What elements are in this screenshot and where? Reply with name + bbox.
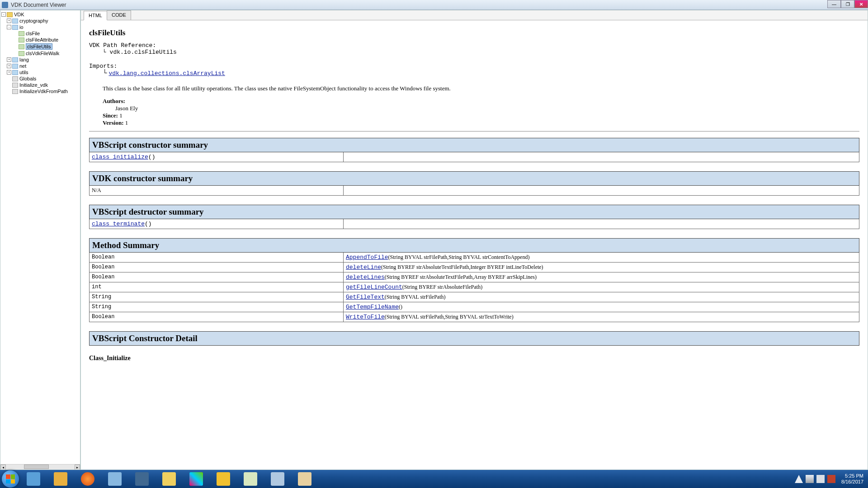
tree-node-net[interactable]: + net: [0, 63, 80, 69]
vdk-constructor-summary-table: VDK constructor summary N/A: [89, 171, 859, 196]
tree-node-cryptography[interactable]: + cryptography: [0, 18, 80, 24]
table-title: VDK constructor summary: [90, 172, 859, 186]
vbscript-constructor-summary-table: VBScript constructor summary class_initi…: [89, 138, 859, 162]
tray-show-hidden-icon[interactable]: [795, 475, 803, 483]
method-link[interactable]: GetFileText: [346, 294, 385, 300]
method-params: (String BYVAL strFilePath,String BYVAL s…: [385, 314, 514, 320]
taskbar-app-5[interactable]: [129, 470, 155, 488]
method-link[interactable]: GetTempFileName: [346, 304, 399, 310]
content-tabs: HTML CODE: [81, 10, 868, 20]
taskbar-app-8[interactable]: [211, 470, 236, 488]
tree-node-clsfile[interactable]: clsFile: [0, 30, 80, 37]
expand-icon[interactable]: +: [7, 70, 11, 75]
windows-logo-icon: [6, 474, 15, 483]
collapse-icon[interactable]: -: [7, 25, 11, 29]
firefox-icon: [81, 472, 94, 486]
return-type: String: [90, 292, 344, 302]
maximize-button[interactable]: ❐: [841, 0, 854, 8]
version-label: Version:: [103, 119, 123, 126]
taskbar-paint[interactable]: [292, 470, 317, 488]
method-params: (): [399, 304, 402, 310]
tree-node-io[interactable]: - io: [0, 24, 80, 30]
tree-node-clsfileutils[interactable]: clsFileUtils: [0, 43, 80, 50]
paint-icon: [298, 472, 311, 486]
tree-node-globals[interactable]: Globals: [0, 75, 80, 82]
tray-network-icon[interactable]: [806, 475, 814, 483]
method-params: (String BYREF strAbsoluteFilePath): [402, 284, 482, 290]
tree-node-utils[interactable]: + utils: [0, 69, 80, 75]
tool-icon: [217, 472, 230, 486]
package-icon: [12, 19, 18, 23]
table-row: BooleanWriteToFile(String BYVAL strFileP…: [90, 312, 859, 322]
windows-taskbar: 5:25 PM 8/16/2017: [0, 470, 868, 488]
tree-node-initialize-vdk[interactable]: Initialize_vdk: [0, 82, 80, 88]
destructor-link[interactable]: class_terminate: [92, 221, 145, 227]
tray-volume-icon[interactable]: [816, 475, 825, 483]
method-link[interactable]: AppendToFile: [346, 254, 388, 261]
table-title: VBScript destructor summary: [90, 205, 859, 219]
method-link[interactable]: WriteToFile: [346, 314, 385, 320]
tab-code[interactable]: CODE: [107, 10, 131, 20]
expand-icon[interactable]: +: [7, 57, 11, 62]
imports-label: Imports:: [89, 63, 859, 70]
since-value: 1: [119, 112, 123, 119]
path-reference-value: vdk.io.clsFileUtils: [103, 49, 859, 56]
scroll-thumb[interactable]: [24, 465, 49, 469]
package-icon: [12, 64, 18, 69]
start-button[interactable]: [2, 470, 19, 488]
lightning-icon: [54, 472, 67, 486]
taskbar-app-1[interactable]: [21, 470, 46, 488]
class-icon: [19, 51, 24, 56]
taskbar-explorer[interactable]: [156, 470, 182, 488]
return-type: Boolean: [90, 253, 344, 263]
taskbar-app-10[interactable]: [265, 470, 290, 488]
method-link[interactable]: getFileLineCount: [346, 284, 402, 291]
method-link[interactable]: deleteLine: [346, 264, 381, 271]
doc-icon: [12, 89, 18, 94]
tree-node-clsvdkfilewalk[interactable]: clsVdkFileWalk: [0, 50, 80, 56]
close-button[interactable]: ✕: [854, 0, 868, 8]
table-title: VBScript constructor summary: [90, 138, 859, 152]
taskbar-clock[interactable]: 5:25 PM 8/16/2017: [841, 473, 863, 485]
taskbar-app-4[interactable]: [102, 470, 127, 488]
cube-dark-icon: [135, 472, 149, 486]
expand-icon[interactable]: +: [7, 19, 11, 23]
package-icon: [12, 25, 18, 30]
expand-icon[interactable]: +: [7, 64, 11, 68]
taskbar-app-2[interactable]: [48, 470, 73, 488]
tree-horizontal-scrollbar[interactable]: ◂ ▸: [0, 464, 80, 469]
color-icon: [189, 472, 203, 486]
system-tray: 5:25 PM 8/16/2017: [793, 473, 866, 485]
app-icon: [2, 2, 8, 8]
constructor-link[interactable]: class_initialize: [92, 154, 148, 160]
tree-node-root[interactable]: - VDK: [0, 11, 80, 18]
method-params: (String BYVAL strFilePath,String BYVAL s…: [388, 254, 530, 260]
chart-icon: [244, 472, 257, 486]
tree-node-clsfileattribute[interactable]: clsFileAttribute: [0, 37, 80, 43]
tray-flag-icon[interactable]: [827, 475, 835, 483]
taskbar-app-7[interactable]: [184, 470, 209, 488]
method-link[interactable]: deleteLines: [346, 274, 385, 281]
tab-html[interactable]: HTML: [84, 11, 107, 20]
import-link[interactable]: vdk.lang.collections.clsArrayList: [108, 70, 225, 77]
folder-icon: [7, 12, 13, 17]
tree-node-initialize-vdk-from-path[interactable]: InitializeVdkFromPath: [0, 88, 80, 94]
gear-icon: [271, 472, 284, 486]
documentation-content[interactable]: clsFileUtils VDK Path Reference: vdk.io.…: [81, 20, 868, 469]
class-icon: [19, 38, 24, 42]
collapse-icon[interactable]: -: [1, 12, 6, 17]
return-type: Boolean: [90, 272, 344, 282]
scroll-right-button[interactable]: ▸: [75, 465, 80, 470]
method-params: (String BYREF strAbsoluteTextFilePath,Ar…: [385, 274, 537, 280]
taskbar-firefox[interactable]: [75, 470, 100, 488]
return-type: int: [90, 282, 344, 292]
taskbar-app-9[interactable]: [238, 470, 263, 488]
authors-label: Authors:: [103, 98, 125, 104]
class-description: This class is the base class for all fil…: [103, 85, 859, 92]
scroll-left-button[interactable]: ◂: [0, 465, 6, 470]
na-cell: N/A: [90, 186, 344, 196]
window-titlebar: VDK Document Viewer — ❐ ✕: [0, 0, 868, 10]
tree-node-lang[interactable]: + lang: [0, 56, 80, 63]
minimize-button[interactable]: —: [827, 0, 841, 8]
return-type: Boolean: [90, 312, 344, 322]
